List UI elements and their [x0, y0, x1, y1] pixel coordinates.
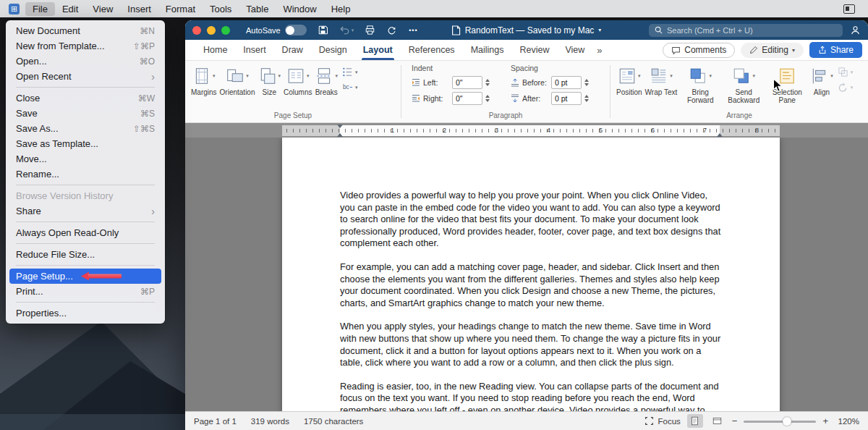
- spacing-after-input[interactable]: [551, 92, 582, 105]
- menu-item-save[interactable]: Save ⌘S: [9, 106, 161, 121]
- save-button[interactable]: [318, 25, 328, 35]
- autosave-toggle[interactable]: [285, 25, 307, 35]
- menu-item-print[interactable]: Print... ⌘P: [9, 284, 161, 299]
- indent-right-stepper[interactable]: [485, 95, 492, 102]
- menu-item-new-from-template[interactable]: New from Template... ⇧⌘P: [9, 38, 161, 54]
- position-button[interactable]: ▾ Position: [616, 65, 642, 96]
- pencil-icon: [749, 46, 758, 54]
- document-title-menu[interactable]: RandomText — Saved to my Mac ▾: [452, 20, 602, 40]
- character-count[interactable]: 1750 characters: [304, 417, 363, 426]
- menu-item-move[interactable]: Move...: [9, 151, 161, 166]
- fullscreen-button[interactable]: [221, 26, 230, 35]
- group-objects-button[interactable]: ▾: [838, 67, 854, 77]
- tab-mailings[interactable]: Mailings: [463, 41, 512, 60]
- menu-item-rename[interactable]: Rename...: [9, 166, 161, 182]
- zoom-out-button[interactable]: −: [732, 416, 738, 426]
- tab-review[interactable]: Review: [511, 41, 557, 60]
- minimize-button[interactable]: [207, 26, 216, 35]
- tab-draw[interactable]: Draw: [274, 41, 311, 60]
- spacing-after-stepper[interactable]: [584, 95, 591, 102]
- align-button[interactable]: ▾ Align: [810, 65, 833, 96]
- menu-item-share[interactable]: Share ›: [9, 203, 161, 219]
- first-line-indent-marker[interactable]: [337, 125, 343, 128]
- editing-mode-button[interactable]: Editing ▾: [741, 43, 804, 58]
- menu-item-save-as[interactable]: Save As... ⇧⌘S: [9, 121, 161, 136]
- app-grid-icon[interactable]: ⊞: [9, 4, 20, 14]
- tab-insert[interactable]: Insert: [235, 41, 273, 60]
- search-input[interactable]: [667, 26, 837, 35]
- document-paragraph: Reading is easier, too, in the new Readi…: [340, 381, 721, 411]
- menu-item-page-setup[interactable]: Page Setup...: [9, 269, 161, 284]
- web-layout-view-button[interactable]: [710, 414, 726, 428]
- menu-item-save-as-template[interactable]: Save as Template...: [9, 136, 161, 151]
- account-icon[interactable]: [850, 25, 861, 35]
- wrap-text-button[interactable]: ▾ Wrap Text: [645, 65, 678, 96]
- send-backward-icon: [732, 67, 751, 85]
- document-area[interactable]: Video provides a powerful way to help yo…: [185, 138, 868, 411]
- zoom-slider-knob[interactable]: [783, 417, 791, 426]
- print-button[interactable]: [365, 25, 375, 35]
- window-switcher-icon[interactable]: [843, 4, 855, 14]
- spacing-before-control: Before:: [511, 75, 591, 89]
- comments-button[interactable]: Comments: [663, 43, 735, 58]
- tab-references[interactable]: References: [401, 41, 463, 60]
- indent-left-input[interactable]: [452, 76, 482, 89]
- columns-button[interactable]: ▾ Columns: [284, 65, 312, 96]
- chevron-down-icon: ▾: [355, 69, 358, 75]
- focus-button[interactable]: Focus: [644, 416, 680, 426]
- menubar-insert[interactable]: Insert: [120, 2, 158, 16]
- menu-item-reduce-file-size[interactable]: Reduce File Size...: [9, 247, 161, 262]
- orientation-button[interactable]: ▾ Orientation: [220, 65, 255, 96]
- print-layout-view-button[interactable]: [687, 414, 703, 428]
- menubar-view[interactable]: View: [85, 2, 120, 16]
- zoom-slider[interactable]: [744, 417, 816, 426]
- menubar-tools[interactable]: Tools: [203, 2, 239, 16]
- indent-right-input[interactable]: [452, 92, 482, 105]
- tab-overflow-chevron[interactable]: »: [592, 45, 606, 56]
- line-numbers-button[interactable]: ▾: [342, 67, 358, 77]
- menu-item-open-recent[interactable]: Open Recent ›: [9, 69, 161, 84]
- chevron-down-icon: ▾: [352, 28, 354, 33]
- indent-left-control: Left:: [412, 75, 492, 89]
- menu-item-browse-version-history: Browse Version History: [9, 188, 161, 203]
- hyphenation-button[interactable]: bc ▾: [342, 82, 358, 93]
- menubar-window[interactable]: Window: [276, 2, 323, 16]
- tab-design[interactable]: Design: [311, 41, 355, 60]
- spacing-before-input[interactable]: [551, 76, 582, 89]
- menubar-file[interactable]: File: [25, 2, 55, 16]
- tab-home[interactable]: Home: [195, 41, 235, 60]
- menubar-table[interactable]: Table: [239, 2, 276, 16]
- document-page[interactable]: Video provides a powerful way to help yo…: [282, 138, 780, 411]
- send-backward-button[interactable]: ▾ Send Backward: [723, 65, 764, 104]
- menubar-help[interactable]: Help: [324, 2, 358, 16]
- menu-item-new-document[interactable]: New Document ⌘N: [9, 23, 161, 38]
- tab-view[interactable]: View: [557, 41, 592, 60]
- menubar-format[interactable]: Format: [158, 2, 203, 16]
- word-count[interactable]: 319 words: [251, 417, 289, 426]
- right-indent-marker[interactable]: [717, 133, 723, 137]
- share-button[interactable]: Share: [809, 42, 862, 58]
- rotate-objects-button[interactable]: ▾: [838, 82, 854, 93]
- menu-item-properties[interactable]: Properties...: [9, 305, 161, 321]
- redo-button[interactable]: [386, 25, 397, 35]
- horizontal-ruler[interactable]: 1 2 3 4 5 6 7 8: [185, 123, 868, 138]
- margins-button[interactable]: ▾ Margins: [191, 65, 217, 96]
- bring-forward-button[interactable]: ▾ Bring Forward: [680, 65, 720, 104]
- menubar-edit[interactable]: Edit: [55, 2, 85, 16]
- undo-button[interactable]: ▾: [339, 25, 354, 35]
- tab-layout[interactable]: Layout: [355, 41, 401, 60]
- menu-item-open[interactable]: Open... ⌘O: [9, 54, 161, 69]
- zoom-level[interactable]: 120%: [835, 417, 859, 426]
- spacing-before-stepper[interactable]: [584, 79, 591, 86]
- left-indent-marker[interactable]: [337, 133, 343, 137]
- indent-left-stepper[interactable]: [485, 79, 492, 86]
- page-indicator[interactable]: Page 1 of 1: [194, 417, 237, 426]
- search-field[interactable]: [649, 24, 843, 37]
- more-options-button[interactable]: •••: [409, 27, 417, 34]
- close-button[interactable]: [192, 26, 201, 35]
- size-button[interactable]: ▾ Size: [258, 65, 281, 96]
- menu-item-close[interactable]: Close ⌘W: [9, 90, 161, 106]
- zoom-in-button[interactable]: +: [822, 416, 828, 426]
- menu-item-always-open-read-only[interactable]: Always Open Read-Only: [9, 225, 161, 240]
- breaks-button[interactable]: ▾ Breaks: [315, 65, 338, 96]
